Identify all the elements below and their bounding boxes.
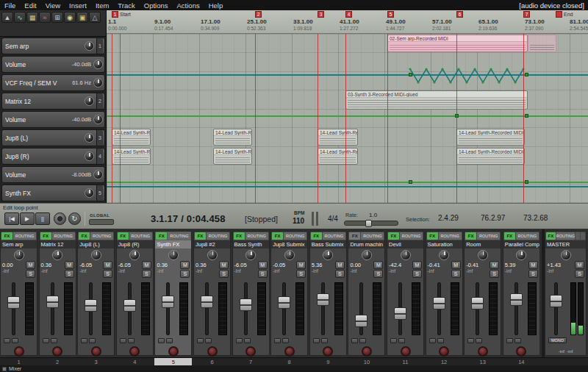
volume-readout[interactable]: 5.39 [505,262,516,268]
record-arm-button[interactable] [168,346,179,357]
mixer-strip-name[interactable]: Jup8 #2 [194,240,230,248]
mixer-strip-5[interactable]: FXROUTINGSynth FX0.36-infMS [154,231,192,356]
record-arm-button[interactable] [516,346,526,357]
phase-button[interactable] [313,338,320,343]
solo-button[interactable]: S [412,270,422,278]
track-row-0[interactable]: Sem arp1 [1,37,105,54]
fx-button[interactable]: FX [272,232,283,240]
fx-button[interactable]: FX [388,232,399,240]
envelope-row-2[interactable]: VCF Freq / SEM V61.6 Hz [1,74,105,91]
marker-flag-6[interactable]: 6 [456,11,463,18]
mixer-strip-9[interactable]: FXROUTINGBass Submix5.36-infMS [309,231,347,356]
pan-knob[interactable] [284,250,295,260]
fx-button[interactable]: FX [118,232,129,240]
menu-item-options[interactable]: Options [140,0,173,10]
mixer-strip-name[interactable]: Jup8 (L) [78,240,114,248]
input-monitor-button[interactable] [51,338,57,343]
fx-button[interactable]: FX [465,232,476,240]
input-monitor-button[interactable] [359,338,366,343]
mute-button[interactable]: M [26,261,35,269]
mute-button[interactable]: M [103,261,112,269]
solo-button[interactable]: S [296,270,306,278]
routing-button[interactable]: ROUTING [129,232,152,240]
track-row-3[interactable]: Matrix 122 [1,93,105,110]
input-monitor-button[interactable] [205,338,212,343]
menu-item-view[interactable]: View [41,0,65,10]
phase-button[interactable] [158,338,165,343]
bpm-value[interactable]: 110 [293,217,304,225]
mixer-strip-name[interactable]: Drum machin [348,240,384,248]
routing-button[interactable]: ROUTING [477,232,500,240]
master-strip[interactable]: FXROUTINGMASTER+1.43-infMSMONO-inf-inf [545,231,587,356]
mixer-strip-name[interactable]: Bass Submix [310,240,346,248]
mixer-strip-name[interactable]: Devil [387,240,423,248]
mixer-strip-8[interactable]: FXROUTINGJup8 Submix-0.05-infMS [270,231,308,356]
envelope-row-7[interactable]: Volume-8.00dB [1,166,105,183]
phase-button[interactable] [351,338,358,343]
mute-button[interactable]: M [258,261,268,269]
mixer-strip-10[interactable]: FXROUTINGDrum machin0.00-infMS [348,231,385,356]
marker-flag-7[interactable]: 7 [523,11,530,18]
pan-knob[interactable] [245,250,256,260]
record-button[interactable] [54,212,66,225]
track-volume-knob[interactable] [85,96,94,106]
solo-button[interactable]: S [26,270,35,278]
mute-button[interactable]: M [335,261,345,269]
mixer-strip-name[interactable]: Parallel Comp [503,240,539,248]
input-monitor-button[interactable] [89,338,96,343]
mixer-strip-12[interactable]: FXROUTINGSaturation-0.41-infMS [426,231,463,356]
input-monitor-button[interactable] [321,338,328,343]
volume-readout[interactable]: -6.05 [79,262,92,268]
phase-button[interactable] [429,338,436,343]
pan-knob[interactable] [14,250,24,260]
fx-button[interactable]: FX [427,232,438,240]
input-monitor-button[interactable] [166,338,173,343]
routing-button[interactable]: ROUTING [284,232,306,240]
menu-item-track[interactable]: Track [113,0,139,10]
envelope-knob[interactable] [93,170,103,179]
mouse-mode-icon[interactable]: ▲ [1,12,13,23]
solo-button[interactable]: S [180,270,190,278]
mono-button[interactable]: MONO [548,337,567,343]
volume-fader-handle[interactable] [162,296,174,308]
volume-fader-handle[interactable] [240,298,252,311]
fx-button[interactable]: FX [311,232,322,240]
selection-start[interactable]: 2.4.29 [438,214,459,222]
rate-value[interactable]: 1.0 [369,212,377,218]
volume-fader-handle[interactable] [7,296,20,309]
pan-knob[interactable] [516,250,526,260]
volume-readout[interactable]: -0.05 [273,262,285,268]
routing-button[interactable]: ROUTING [207,232,229,240]
mixer-strip-2[interactable]: FXROUTINGMatrix 120.36-infMS [39,231,76,356]
phase-button[interactable] [236,338,243,343]
record-arm-button[interactable] [284,346,295,357]
volume-fader-handle[interactable] [394,307,406,320]
fx-button[interactable]: FX [349,232,360,240]
track-volume-knob[interactable] [85,133,94,143]
track-volume-knob[interactable] [85,151,94,161]
menu-item-file[interactable]: File [0,0,20,10]
volume-readout[interactable]: -0.41 [466,262,478,268]
rate-slider[interactable] [344,221,398,226]
track-volume-knob[interactable] [85,188,94,198]
pan-knob[interactable] [52,250,62,260]
mixer-strip-name[interactable]: Bass Synth [233,240,269,248]
input-monitor-button[interactable] [282,338,289,343]
solo-button[interactable]: S [528,270,538,278]
play-button[interactable]: ▶ [20,212,35,225]
fx-button[interactable]: FX [40,232,51,240]
envelope-knob[interactable] [93,78,103,87]
mixer-strip-name[interactable]: Jup8 (R) [117,240,153,248]
envelope-knob[interactable] [93,115,103,124]
envelope-value[interactable]: -40.0dB [72,61,91,68]
input-monitor-button[interactable] [398,338,405,343]
master-mono-toggle-icon[interactable] [581,232,585,240]
volume-readout[interactable]: -42.4 [389,262,401,268]
envelope-value[interactable]: 61.6 Hz [72,79,91,86]
solo-button[interactable]: S [451,270,461,278]
mixer-tab[interactable]: Mixer [9,366,21,371]
record-arm-button[interactable] [207,346,218,357]
solo-button[interactable]: S [335,270,345,278]
mixer-strip-name[interactable]: Jup8 Submix [271,240,307,248]
routing-button[interactable]: ROUTING [323,232,345,240]
